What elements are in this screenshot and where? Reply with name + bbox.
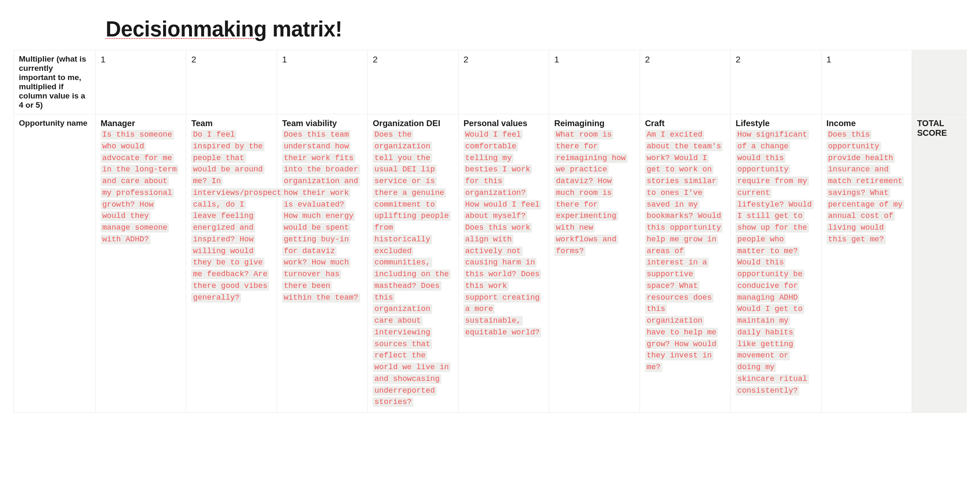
criteria-desc: Is this someone who would advocate for m… (101, 130, 179, 244)
multiplier-cell[interactable]: 2 (731, 50, 821, 114)
criteria-name: Reimagining (554, 119, 634, 128)
criteria-name: Lifestyle (736, 119, 816, 128)
decision-matrix-table[interactable]: Multiplier (what is currently important … (13, 50, 967, 413)
multiplier-label-cell[interactable]: Multiplier (what is currently important … (14, 50, 96, 114)
multiplier-cell[interactable]: 1 (549, 50, 640, 114)
criteria-name: Team (191, 119, 271, 128)
criteria-cell[interactable]: Craft Am I excited about the team's work… (640, 114, 730, 413)
criteria-name: Craft (645, 119, 725, 128)
criteria-desc: Am I excited about the team's work? Woul… (645, 130, 723, 372)
criteria-desc: Does this team understand how their work… (282, 130, 360, 303)
document-page: Decisionmaking matrix! Multiplier (what … (0, 0, 980, 430)
criteria-row: Opportunity name Manager Is this someone… (14, 114, 967, 413)
total-score-label: TOTAL SCORE (917, 119, 961, 138)
criteria-desc: How significant of a change would this o… (736, 130, 814, 396)
page-title[interactable]: Decisionmaking matrix! (106, 17, 967, 41)
multiplier-cell[interactable]: 2 (640, 50, 730, 114)
criteria-cell[interactable]: Manager Is this someone who would advoca… (96, 114, 186, 413)
criteria-name: Organization DEI (373, 119, 453, 128)
multiplier-row: Multiplier (what is currently important … (14, 50, 967, 114)
criteria-desc: Does the organization tell you the usual… (373, 130, 451, 407)
criteria-cell[interactable]: Income Does this opportunity provide hea… (821, 114, 912, 413)
criteria-cell[interactable]: Reimagining What room is there for reima… (549, 114, 640, 413)
criteria-cell[interactable]: Organization DEI Does the organization t… (368, 114, 458, 413)
multiplier-cell[interactable]: 2 (186, 50, 277, 114)
multiplier-cell[interactable]: 2 (458, 50, 549, 114)
criteria-name: Team viability (282, 119, 362, 128)
criteria-name: Manager (101, 119, 181, 128)
criteria-cell[interactable]: Lifestyle How significant of a change wo… (731, 114, 821, 413)
multiplier-cell[interactable]: 1 (277, 50, 367, 114)
criteria-name: Income (827, 119, 907, 128)
criteria-cell[interactable]: Team Do I feel inspired by the people th… (186, 114, 277, 413)
criteria-cell[interactable]: Personal values Would I feel comfortable… (458, 114, 549, 413)
title-word-misspelled: Decisionmaking (106, 17, 267, 41)
multiplier-cell[interactable]: 2 (368, 50, 458, 114)
opportunity-label-cell[interactable]: Opportunity name (14, 114, 96, 413)
criteria-name: Personal values (464, 119, 544, 128)
multiplier-cell[interactable]: 1 (96, 50, 186, 114)
multiplier-total-cell[interactable] (912, 50, 967, 114)
criteria-desc: Would I feel comfortable telling my best… (464, 130, 542, 337)
total-score-cell[interactable]: TOTAL SCORE (912, 114, 967, 413)
title-word-rest: matrix! (267, 17, 342, 41)
criteria-desc: What room is there for reimagining how w… (554, 130, 627, 256)
multiplier-cell[interactable]: 1 (821, 50, 912, 114)
criteria-desc: Does this opportunity provide health ins… (827, 130, 905, 244)
criteria-cell[interactable]: Team viability Does this team understand… (277, 114, 367, 413)
